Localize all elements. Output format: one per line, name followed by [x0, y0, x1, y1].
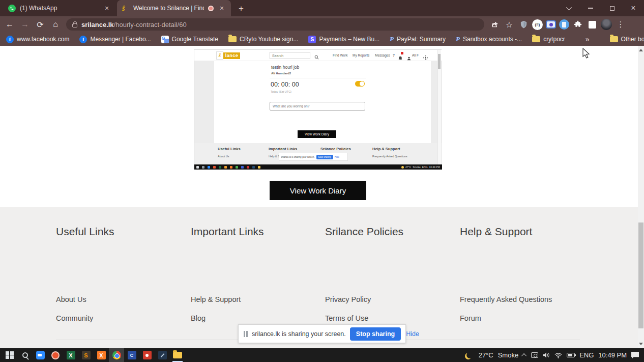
scrollbar-thumb[interactable] [638, 222, 643, 328]
preview-search-input[interactable] [270, 52, 310, 59]
taskbar-sublime[interactable]: S [78, 348, 94, 362]
screen-sharing-bar: srilance.lk is sharing your screen. Stop… [238, 324, 406, 343]
bookmarks-overflow-icon[interactable]: » [586, 35, 590, 43]
forward-button[interactable]: → [18, 18, 32, 31]
bookmark-label: Payments – New Bu... [319, 36, 379, 43]
bookmark-folder-cryto[interactable]: CRyto Youtube sign... [228, 36, 298, 43]
preview-hide-button[interactable]: Hide [335, 156, 339, 158]
footer-link-faq[interactable]: Frequently Asked Questions [460, 295, 552, 303]
view-work-diary-button[interactable]: View Work Diary [270, 181, 366, 200]
close-window-button[interactable]: × [623, 0, 644, 16]
close-tab-icon[interactable]: × [103, 4, 111, 12]
preview-taskbar-icon [236, 166, 238, 169]
bookmark-folder-crytpocr[interactable]: crytpocr [532, 36, 565, 43]
back-button[interactable]: ← [3, 18, 16, 31]
new-tab-button[interactable]: + [235, 3, 247, 15]
preview-nav-messages[interactable]: Messages [375, 53, 390, 57]
bookmark-facebook[interactable]: fwww.facebook.com [6, 36, 69, 43]
help-icon[interactable]: ? [393, 53, 395, 57]
tab-search-button[interactable] [558, 0, 579, 16]
braces-extension-icon[interactable]: (≡) [532, 19, 543, 30]
chrome-icon [112, 351, 121, 359]
preview-taskbar: 27°C Smoke ENG 10:49 PM [194, 164, 442, 170]
scroll-down-icon[interactable] [639, 343, 643, 345]
notification-center-icon[interactable] [631, 352, 639, 358]
preview-timer-toggle[interactable] [355, 81, 365, 87]
red-app-icon [143, 351, 152, 359]
tray-temperature[interactable]: 27°C [479, 351, 493, 359]
preview-user-label[interactable]: Ali F [412, 53, 419, 57]
footer-link-blog[interactable]: Blog [191, 314, 206, 322]
speaker-icon[interactable] [543, 352, 550, 358]
bookmark-paypal-summary[interactable]: PPayPal: Summary [390, 35, 446, 43]
paypal-icon: P [390, 35, 394, 43]
footer-link-terms-of-use[interactable]: Terms of Use [325, 314, 368, 322]
preview-work-memo-input[interactable] [270, 102, 365, 110]
taskbar-dark-app[interactable] [155, 348, 170, 362]
share-icon[interactable] [489, 19, 501, 30]
preview-stop-sharing-button[interactable]: Stop sharing [316, 155, 333, 159]
preview-scrollbar[interactable] [437, 50, 441, 164]
clipboard-extension-icon[interactable] [559, 19, 569, 30]
preview-nav-find-work[interactable]: Find Work [333, 53, 348, 57]
url-path: /hourly-contract-detail/60 [114, 21, 187, 29]
taskbar-search-button[interactable] [17, 348, 33, 362]
start-button[interactable] [2, 348, 17, 362]
bookmark-payments[interactable]: SPayments – New Bu... [308, 36, 379, 43]
reload-button[interactable]: ⟳ [34, 18, 47, 31]
preview-logo-text: lance [223, 52, 240, 59]
wifi-icon[interactable] [554, 352, 562, 358]
shield-extension-icon[interactable] [518, 19, 529, 30]
tab-whatsapp[interactable]: (1) WhatsApp × [3, 0, 116, 16]
bookmark-google-translate[interactable]: Google Translate [161, 36, 218, 43]
taskbar-xampp[interactable]: X [94, 348, 109, 362]
preview-share-message: srilance.lk is sharing your screen. [281, 156, 315, 158]
address-bar[interactable]: srilance.lk/hourly-contract-detail/60 [66, 18, 484, 31]
minimize-icon [588, 8, 593, 9]
stop-sharing-button[interactable]: Stop sharing [350, 327, 401, 341]
side-panel-icon[interactable] [587, 19, 598, 30]
screen-capture-extension-icon[interactable] [546, 20, 556, 29]
tray-language[interactable]: ENG [579, 351, 594, 359]
footer-link-help-support[interactable]: Help & Support [191, 295, 241, 303]
screen-cast-icon[interactable] [531, 352, 538, 358]
preview-footer-link[interactable]: About Us [218, 155, 229, 158]
other-bookmarks-button[interactable]: Other bookmarks [610, 36, 644, 43]
tray-condition[interactable]: Smoke [498, 351, 518, 359]
extensions-puzzle-icon[interactable] [572, 19, 583, 30]
taskbar-dev-cpp[interactable]: C [124, 348, 139, 362]
battery-icon[interactable] [567, 353, 575, 357]
taskbar-file-explorer[interactable] [170, 348, 185, 362]
close-tab-icon[interactable]: × [218, 4, 226, 12]
zoom-camera-icon [36, 351, 45, 359]
restore-button[interactable] [601, 0, 623, 16]
tab-srilance-active[interactable]: ŝ Welcome to Srilance | Find D × [117, 0, 231, 16]
stripe-icon: S [308, 36, 316, 43]
hide-sharing-button[interactable]: Hide [406, 330, 419, 338]
taskbar-chrome-active[interactable] [109, 348, 124, 362]
windows-icon [6, 351, 14, 359]
tray-clock[interactable]: 10:49 PM [598, 351, 627, 359]
chevron-up-icon[interactable] [521, 353, 526, 358]
bookmark-messenger[interactable]: fMessenger | Facebo... [79, 36, 151, 43]
taskbar-red-app[interactable] [139, 348, 155, 362]
preview-view-work-diary-button[interactable]: View Work Diary [298, 130, 336, 138]
footer-link-forum[interactable]: Forum [460, 314, 481, 322]
home-button[interactable]: ⌂ [49, 18, 62, 31]
page-scrollbar[interactable] [638, 46, 644, 348]
preview-footer-link[interactable]: Frequently Asked Questions [372, 155, 407, 158]
profile-avatar[interactable] [601, 19, 612, 30]
footer-link-about-us[interactable]: About Us [56, 295, 86, 303]
footer-link-community[interactable]: Community [56, 314, 93, 322]
footer-link-privacy-policy[interactable]: Privacy Policy [325, 295, 371, 303]
preview-nav-my-reports[interactable]: My Reports [353, 53, 369, 57]
taskbar-zoom[interactable] [33, 348, 48, 362]
menu-dots-icon[interactable]: ⋮ [615, 19, 626, 30]
bookmark-star-icon[interactable]: ☆ [504, 19, 515, 30]
taskbar-excel[interactable]: X [63, 348, 78, 362]
scroll-up-icon[interactable] [639, 49, 643, 51]
preview-tray-temp: 27°C [405, 165, 411, 169]
bookmark-sandbox-accounts[interactable]: PSandbox accounts -... [456, 35, 522, 43]
taskbar-recorder[interactable] [48, 348, 63, 362]
minimize-button[interactable] [580, 0, 601, 16]
